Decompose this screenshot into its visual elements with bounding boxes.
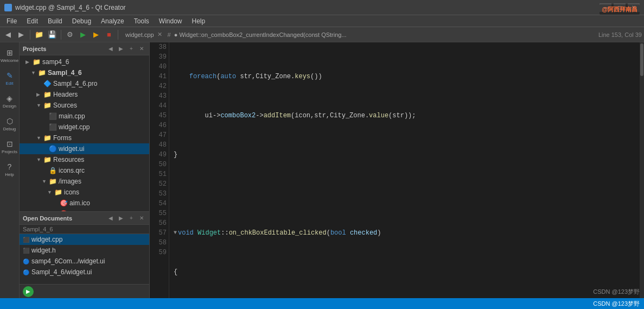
tree-item-widget-ui[interactable]: 🔵 widget.ui [20, 143, 149, 154]
toolbar-run-button[interactable]: ▶ [77, 29, 89, 41]
tree-item-samp4_6[interactable]: ▶ 📁 samp4_6 [20, 56, 149, 67]
menu-file[interactable]: File [2, 16, 21, 26]
arrow-sources: ▼ [36, 103, 42, 108]
sidebar-item-design[interactable]: ◈ Design [1, 90, 18, 112]
tree-item-forms[interactable]: ▼ 📁 Forms [20, 133, 149, 143]
code-42c: ( [327, 228, 330, 238]
tree-item-headers[interactable]: ▶ 📁 Headers [20, 89, 149, 100]
open-docs-forward[interactable]: ▶ [117, 214, 125, 223]
tree-item-aim-ico[interactable]: 🎯 aim.ico [20, 198, 149, 209]
tree-item-widget-cpp[interactable]: ⬛ widget.cpp [20, 122, 149, 133]
design-icon: ◈ [5, 94, 14, 103]
tree-item-resources[interactable]: ▼ 📁 Resources [20, 154, 149, 165]
panel-add-button[interactable]: + [127, 45, 136, 53]
code-line-39: ui->comboBox2->addItem(icon,str,City_Zon… [174, 111, 635, 121]
tree-item-sampl4_6[interactable]: ▼ 📁 Sampl_4_6 [20, 67, 149, 78]
toolbar-forward-button[interactable]: ▶ [15, 29, 27, 41]
fold-42[interactable] [174, 228, 177, 238]
vertical-scrollbar[interactable] [640, 42, 644, 298]
open-doc-label-widget-cpp: widget.cpp [31, 236, 62, 243]
welcome-icon: ⊞ [5, 48, 14, 57]
arrow-icons-folder: ▼ [47, 190, 53, 195]
sidebar-item-welcome[interactable]: ⊞ Welcome [1, 45, 18, 66]
menu-edit[interactable]: Edit [22, 16, 42, 26]
arrow-images: ▼ [42, 179, 47, 184]
project-panel: Projects ◀ ▶ + ✕ ▶ 📁 samp4_6 ▼ 📁 Sampl_4… [20, 42, 150, 298]
var-combobox2: comboBox2 [220, 111, 256, 121]
code-content: 38 39 40 41 42 43 44 45 46 47 48 49 50 5… [150, 42, 644, 298]
toolbar-separator-1 [30, 30, 30, 40]
kw-void-42: void [178, 228, 197, 238]
open-doc-widget-h[interactable]: ⬛ widget.h [20, 245, 149, 256]
toolbar-debug-run-button[interactable]: ▶ [90, 29, 102, 41]
panel-back-button[interactable]: ◀ [106, 45, 115, 53]
open-doc-sampl4_6-widget-ui[interactable]: 🔵 Sampl_4_6/widget.ui [20, 267, 149, 278]
toolbar-build-button[interactable]: ⚙ [64, 29, 76, 41]
menu-help[interactable]: Help [188, 16, 210, 26]
toolbar-stop-button[interactable]: ■ [103, 29, 115, 41]
open-docs-close[interactable]: ✕ [137, 214, 146, 223]
menu-debug[interactable]: Debug [68, 16, 95, 26]
sidebar-item-projects[interactable]: ⊡ Projects [1, 136, 18, 157]
main-area: ⊞ Welcome ✎ Edit ◈ Design ⬡ Debug ⊡ Proj… [0, 42, 644, 298]
toolbar-save-button[interactable]: 💾 [46, 29, 58, 41]
close-button[interactable]: ✕ [628, 3, 640, 12]
code-line-38: foreach(auto str,City_Zone.keys()) [174, 72, 635, 81]
kw-foreach: foreach [174, 72, 216, 81]
label-headers: Headers [53, 91, 78, 98]
menu-window[interactable]: Window [155, 16, 187, 26]
open-docs-list: ⬛ widget.cpp ⬛ widget.h 🔵 samp4_6Com.../… [20, 234, 149, 284]
ui-file-icon: 🔵 [49, 145, 57, 153]
sidebar-item-edit[interactable]: ✎ Edit [1, 67, 18, 89]
sidebar-item-debug[interactable]: ⬡ Debug [1, 113, 18, 135]
menu-tools[interactable]: Tools [130, 16, 154, 26]
scrollbar-thumb[interactable] [640, 43, 643, 76]
sidebar-item-help[interactable]: ? Help [1, 159, 18, 180]
panel-forward-button[interactable]: ▶ [117, 45, 125, 53]
type-widget-42: Widget [197, 228, 221, 238]
pro-file-icon: 🔷 [43, 80, 52, 87]
ico-file-icon: 🎯 [60, 199, 68, 207]
file-tree: ▶ 📁 samp4_6 ▼ 📁 Sampl_4_6 🔷 Sampl_4_6.pr… [20, 55, 149, 211]
code-editor[interactable]: 38 39 40 41 42 43 44 45 46 47 48 49 50 5… [150, 42, 644, 298]
tree-item-icons-qrc[interactable]: 🔒 icons.qrc [20, 165, 149, 176]
resources-folder-icon: 📁 [43, 156, 52, 163]
code-42e: ) [377, 228, 381, 238]
title-bar-left: widget.cpp @ Sampl_4_6 - Qt Creator [4, 4, 126, 11]
cpp-doc-icon: ⬛ [23, 237, 29, 243]
menu-analyze[interactable]: Analyze [97, 16, 129, 26]
line-col-info: Line 153, Col 39 [598, 31, 642, 38]
param-checked: checked [350, 228, 377, 238]
fn-chkbox: on_chkBoxEditable_clicked [229, 228, 327, 238]
tree-item-pro[interactable]: 🔷 Sampl_4_6.pro [20, 78, 149, 89]
panel-close-button[interactable]: ✕ [137, 45, 146, 53]
tree-item-icons-folder[interactable]: ▼ 📁 icons [20, 187, 149, 198]
toolbar-open-button[interactable]: 📁 [33, 29, 45, 41]
title-text: widget.cpp @ Sampl_4_6 - Qt Creator [15, 4, 126, 11]
images-folder-icon: 📁 [49, 178, 57, 185]
tree-item-sources[interactable]: ▼ 📁 Sources [20, 100, 149, 111]
icons-folder-icon: 📁 [54, 188, 62, 196]
menu-build[interactable]: Build [43, 16, 67, 26]
minimize-button[interactable]: — [600, 3, 611, 12]
toolbar-back-button[interactable]: ◀ [2, 29, 14, 41]
menu-bar: File Edit Build Debug Analyze Tools Wind… [0, 15, 644, 27]
code-text[interactable]: foreach(auto str,City_Zone.keys()) ui->c… [169, 42, 640, 298]
arrow-resources: ▼ [36, 157, 42, 162]
status-bar-right: CSDN @123梦野 [593, 300, 640, 308]
open-doc-samp4_6com-widget-ui[interactable]: 🔵 samp4_6Com.../widget.ui [20, 256, 149, 267]
open-docs-back[interactable]: ◀ [106, 214, 115, 223]
tree-item-main-cpp[interactable]: ⬛ main.cpp [20, 111, 149, 122]
arrow-sampl4_6: ▼ [31, 70, 36, 75]
open-doc-widget-cpp[interactable]: ⬛ widget.cpp [20, 234, 149, 245]
maximize-button[interactable]: □ [614, 3, 626, 12]
sidebar-icons: ⊞ Welcome ✎ Edit ◈ Design ⬡ Debug ⊡ Proj… [0, 42, 20, 298]
label-icons-folder: icons [64, 188, 79, 196]
run-debug-button[interactable]: ▶ [23, 286, 34, 297]
title-bar-controls[interactable]: — □ ✕ [600, 3, 640, 12]
projects-panel-header: Projects ◀ ▶ + ✕ [20, 42, 149, 55]
code-43: { [174, 267, 177, 277]
open-docs-add[interactable]: + [127, 214, 136, 223]
tree-item-images[interactable]: ▼ 📁 /images [20, 176, 149, 187]
panel-header-actions: ◀ ▶ + ✕ [106, 45, 146, 53]
